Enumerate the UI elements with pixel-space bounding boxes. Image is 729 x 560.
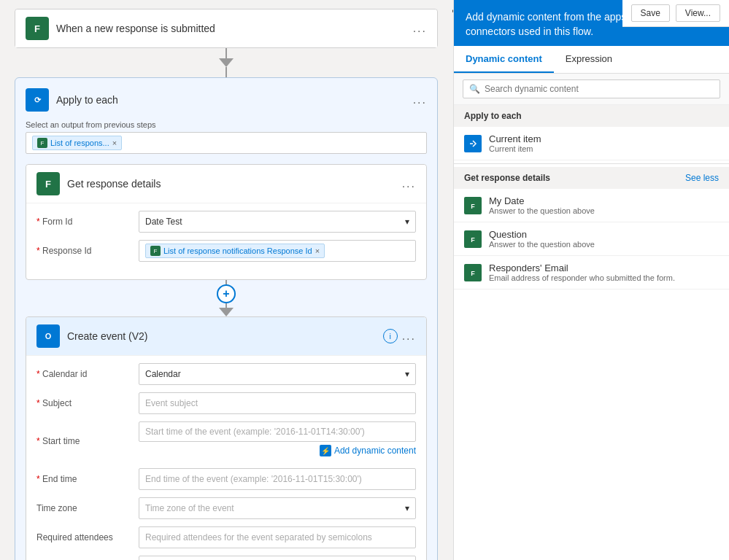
lightning-icon: ⚡ xyxy=(320,445,331,456)
form-id-row: Form Id Date Test ▾ xyxy=(36,211,416,233)
apply-each-title: Apply to each xyxy=(56,94,413,106)
subject-input[interactable] xyxy=(139,392,416,414)
apply-each-menu[interactable]: ... xyxy=(413,93,427,106)
responders-email-subtitle: Email address of responder who submitted… xyxy=(489,273,675,282)
add-dynamic-btn[interactable]: ⚡ Add dynamic content xyxy=(320,445,416,456)
add-connector: + xyxy=(26,280,427,316)
search-icon: 🔍 xyxy=(469,84,480,94)
required-attendees-row: Required attendees xyxy=(36,526,416,548)
responders-email-item[interactable]: F Responders' Email Email address of res… xyxy=(454,256,729,289)
section-divider-1 xyxy=(454,163,729,164)
required-attendees-input[interactable] xyxy=(139,526,416,548)
my-date-text: My Date Answer to the question above xyxy=(489,195,595,215)
apply-each-icon: ⟳ xyxy=(26,88,49,112)
end-time-input[interactable] xyxy=(139,468,416,490)
create-event-body: Calendar id Calendar ▾ Subject Start tim… xyxy=(26,355,426,560)
create-event-title: Create event (V2) xyxy=(67,330,383,342)
timezone-label: Time zone xyxy=(36,503,139,513)
svg-text:F: F xyxy=(471,270,475,277)
calendar-chevron: ▾ xyxy=(405,369,409,379)
section-get-response: Get response details See less xyxy=(454,167,729,189)
trigger-icon: F xyxy=(26,17,49,40)
info-icon[interactable]: i xyxy=(383,329,398,343)
top-bar: Save View... xyxy=(622,0,730,27)
right-panel: Add dynamic content from the apps and co… xyxy=(453,0,729,560)
question-item[interactable]: F Question Answer to the question above xyxy=(454,222,729,256)
responders-email-icon: F xyxy=(464,264,482,281)
start-time-input[interactable] xyxy=(139,421,416,442)
tab-dynamic-content[interactable]: Dynamic content xyxy=(454,46,554,73)
question-text: Question Answer to the question above xyxy=(489,229,595,249)
add-dynamic-row: ⚡ Add dynamic content xyxy=(139,445,416,456)
question-title: Question xyxy=(489,229,595,240)
optional-attendees-input[interactable] xyxy=(139,556,416,560)
apply-to-each-card: ⟳ Apply to each ... Select an output fro… xyxy=(15,77,438,560)
tab-expression[interactable]: Expression xyxy=(554,46,624,73)
response-id-row: Response Id F List of response notificat… xyxy=(36,240,416,262)
tag-close-btn[interactable]: × xyxy=(112,139,117,147)
form-id-chevron: ▾ xyxy=(405,217,409,227)
subject-label: Subject xyxy=(36,398,139,408)
panel-search: 🔍 xyxy=(454,74,729,105)
timezone-select[interactable]: Time zone of the event ▾ xyxy=(139,497,416,519)
optional-attendees-row: Optional attendees xyxy=(36,556,416,560)
response-tag-icon: F xyxy=(150,246,161,256)
calendar-id-select[interactable]: Calendar ▾ xyxy=(139,363,416,385)
select-output-label: Select an output from previous steps xyxy=(26,120,427,129)
connector-1 xyxy=(15,48,438,77)
subject-row: Subject xyxy=(36,392,416,414)
current-item-subtitle: Current item xyxy=(489,144,541,153)
view-button[interactable]: View... xyxy=(676,4,720,22)
section-apply-to-each: Apply to each xyxy=(454,105,729,127)
form-id-label: Form Id xyxy=(36,217,139,227)
my-date-title: My Date xyxy=(489,195,595,206)
my-date-subtitle: Answer to the question above xyxy=(489,206,595,215)
question-subtitle: Answer to the question above xyxy=(489,240,595,249)
calendar-id-label: Calendar id xyxy=(36,369,139,379)
response-tag-close[interactable]: × xyxy=(315,246,320,255)
select-output-input[interactable]: F List of respons... × xyxy=(26,132,427,154)
select-output-section: Select an output from previous steps F L… xyxy=(26,120,427,154)
timezone-row: Time zone Time zone of the event ▾ xyxy=(36,497,416,519)
current-item-item[interactable]: Current item Current item xyxy=(454,127,729,160)
get-response-body: Form Id Date Test ▾ Response Id F List o… xyxy=(26,203,426,279)
trigger-title: When a new response is submitted xyxy=(56,23,413,34)
trigger-card: F When a new response is submitted ... xyxy=(15,9,438,48)
response-id-input[interactable]: F List of response notifications Respons… xyxy=(139,240,416,262)
tag-forms-icon: F xyxy=(37,138,47,148)
get-response-card: F Get response details ... Form Id Date … xyxy=(26,164,427,280)
get-response-title: Get response details xyxy=(67,178,402,190)
create-event-card: O Create event (V2) i ... Calendar id Ca… xyxy=(26,316,427,560)
create-event-icon: O xyxy=(36,324,60,348)
question-icon: F xyxy=(464,230,482,248)
responders-email-text: Responders' Email Email address of respo… xyxy=(489,262,675,282)
see-less-button[interactable]: See less xyxy=(685,173,719,183)
svg-text:F: F xyxy=(471,203,475,210)
current-item-text: Current item Current item xyxy=(489,133,541,153)
end-time-label: End time xyxy=(36,474,139,484)
get-response-icon: F xyxy=(36,172,60,195)
create-event-menu[interactable]: ... xyxy=(402,330,416,343)
form-id-select[interactable]: Date Test ▾ xyxy=(139,211,416,233)
required-attendees-label: Required attendees xyxy=(36,532,139,542)
responders-email-title: Responders' Email xyxy=(489,262,675,273)
timezone-chevron: ▾ xyxy=(405,503,409,513)
calendar-id-row: Calendar id Calendar ▾ xyxy=(36,363,416,385)
panel-body: Apply to each Current item Current item … xyxy=(454,105,729,560)
flow-canvas: F When a new response is submitted ... ⟳… xyxy=(0,0,452,560)
trigger-menu[interactable]: ... xyxy=(413,22,427,35)
svg-text:F: F xyxy=(471,236,475,244)
current-item-title: Current item xyxy=(489,133,541,144)
get-response-menu[interactable]: ... xyxy=(402,177,416,190)
search-input[interactable] xyxy=(485,84,714,94)
response-tag: F List of response notifications Respons… xyxy=(145,244,325,258)
add-step-button[interactable]: + xyxy=(217,284,236,303)
current-item-icon xyxy=(464,135,482,152)
end-time-row: End time xyxy=(36,468,416,490)
my-date-item[interactable]: F My Date Answer to the question above xyxy=(454,189,729,222)
start-time-label: Start time xyxy=(36,436,139,446)
save-button[interactable]: Save xyxy=(631,4,670,22)
my-date-icon: F xyxy=(464,197,482,214)
list-responses-tag: F List of respons... × xyxy=(32,136,122,150)
start-time-row: Start time ⚡ Add dynamic content xyxy=(36,421,416,461)
